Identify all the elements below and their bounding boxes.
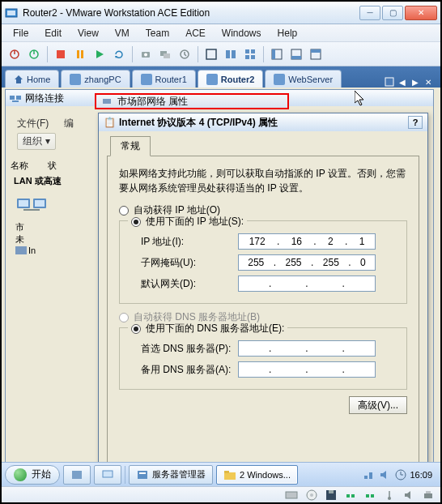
adapter-icon — [101, 96, 113, 107]
toolbar-toggle-icon[interactable] — [308, 46, 324, 62]
file-menu[interactable]: 文件(F) — [17, 117, 49, 130]
menu-vm[interactable]: VM — [108, 26, 136, 41]
revert-icon[interactable] — [176, 46, 193, 62]
power-off-icon[interactable] — [6, 46, 23, 62]
svg-rect-18 — [232, 50, 236, 58]
tab-close-icon[interactable]: ✕ — [423, 76, 434, 88]
stop-icon[interactable] — [53, 46, 69, 62]
adapter-properties-title: 市场部网络 属性 — [117, 95, 188, 109]
menu-ace[interactable]: ACE — [179, 26, 212, 41]
menu-team[interactable]: Team — [139, 26, 176, 41]
task-windows-group[interactable]: 2 Windows... — [216, 465, 298, 485]
organize-button[interactable]: 组织 ▾ — [17, 133, 56, 150]
advanced-button[interactable]: 高级(V)... — [349, 396, 407, 414]
play-icon[interactable] — [91, 46, 108, 62]
clock[interactable]: 16:09 — [395, 469, 432, 481]
svg-rect-40 — [15, 246, 27, 254]
col-status[interactable]: 状 — [48, 160, 57, 170]
new-tab-icon[interactable] — [384, 76, 395, 88]
server-manager-icon — [136, 469, 149, 481]
tab-webserver[interactable]: WebServer — [265, 70, 342, 88]
start-button[interactable]: 开始 — [5, 465, 60, 485]
device-hdd-icon[interactable] — [285, 489, 298, 501]
summary-toggle-icon[interactable] — [288, 46, 304, 62]
svg-rect-53 — [286, 492, 297, 498]
edit-menu[interactable]: 编 — [64, 117, 74, 130]
maximize-button[interactable]: ▢ — [382, 6, 403, 20]
vm-icon — [70, 74, 81, 85]
menu-view[interactable]: View — [71, 26, 105, 41]
col-name[interactable]: 名称 — [11, 160, 28, 170]
menu-help[interactable]: Help — [271, 26, 304, 41]
ipv4-description: 如果网络支持此功能，则可以获取自动指派的 IP 设置。否则，您需要从网络系统管理… — [119, 166, 407, 195]
snapshot-manager-icon[interactable] — [157, 46, 173, 62]
tab-router2[interactable]: Router2 — [198, 70, 264, 88]
svg-rect-58 — [346, 494, 350, 498]
quick-launch-2[interactable] — [94, 465, 121, 485]
snapshot-icon[interactable] — [138, 46, 154, 62]
svg-point-55 — [310, 493, 313, 497]
quickswitch-icon[interactable] — [223, 46, 239, 62]
task-label: 2 Windows... — [240, 470, 291, 480]
svg-rect-31 — [10, 96, 15, 100]
radio-manual-ip-label: 使用下面的 IP 地址(S): — [146, 215, 244, 229]
tab-zhangpc[interactable]: zhangPC — [61, 70, 130, 88]
gateway-input[interactable]: ... — [238, 275, 376, 292]
dns1-input[interactable]: ... — [238, 340, 376, 357]
device-net1-icon[interactable] — [345, 489, 356, 501]
dns2-input[interactable]: ... — [238, 361, 376, 378]
radio-manual-ip[interactable] — [131, 217, 141, 227]
close-button[interactable]: ✕ — [405, 6, 437, 20]
svg-rect-24 — [272, 49, 275, 59]
svg-rect-45 — [224, 472, 236, 480]
svg-rect-65 — [424, 493, 432, 498]
task-server-manager[interactable]: 服务器管理器 — [129, 465, 213, 485]
tray-network-icon[interactable] — [363, 469, 374, 481]
device-net2-icon[interactable] — [364, 489, 376, 501]
tab-general[interactable]: 常规 — [110, 136, 151, 156]
label-dns1: 首选 DNS 服务器(P): — [141, 342, 238, 356]
svg-rect-46 — [224, 471, 229, 473]
pause-icon[interactable] — [72, 46, 88, 62]
svg-marker-49 — [380, 471, 386, 479]
tab-home[interactable]: Home — [5, 70, 59, 88]
reset-icon[interactable] — [111, 46, 127, 62]
sidebar-toggle-icon[interactable] — [269, 46, 285, 62]
radio-auto-ip[interactable] — [119, 206, 129, 216]
svg-rect-48 — [369, 472, 372, 479]
radio-auto-dns — [119, 313, 129, 322]
label-dns2: 备用 DNS 服务器(A): — [141, 363, 238, 377]
menu-edit[interactable]: Edit — [38, 26, 68, 41]
device-printer-icon[interactable] — [423, 489, 434, 501]
network-adapter-icon[interactable]: 市 未 In — [15, 195, 60, 255]
tray-volume-icon[interactable] — [379, 469, 390, 481]
device-cd-icon[interactable] — [306, 489, 317, 501]
fullscreen-icon[interactable] — [203, 46, 219, 62]
minimize-button[interactable]: ─ — [359, 6, 380, 20]
svg-rect-17 — [226, 50, 230, 58]
help-button[interactable]: ? — [408, 116, 423, 129]
power-on-icon[interactable] — [26, 46, 42, 62]
quick-launch-1[interactable] — [63, 465, 91, 485]
svg-rect-57 — [329, 490, 334, 493]
unity-icon[interactable] — [242, 46, 258, 62]
svg-marker-9 — [96, 50, 104, 58]
menu-windows[interactable]: Windows — [215, 26, 268, 41]
svg-rect-61 — [371, 494, 374, 498]
clock-icon — [395, 469, 406, 481]
subnet-mask-input[interactable]: 255. 255. 255. 0 — [238, 254, 376, 271]
radio-manual-dns[interactable] — [131, 324, 141, 334]
task-label: 服务器管理器 — [152, 468, 206, 481]
device-floppy-icon[interactable] — [325, 489, 337, 501]
menu-file[interactable]: File — [6, 26, 35, 41]
taskbar: 开始 服务器管理器 2 Windows... 16:09 — [2, 462, 440, 486]
svg-rect-19 — [245, 49, 249, 53]
ip-address-input[interactable]: 172. 16. 2. 1 — [238, 233, 376, 250]
device-sound-icon[interactable] — [403, 489, 414, 501]
start-label: 开始 — [32, 468, 51, 481]
tab-next-icon[interactable]: ▶ — [410, 76, 421, 88]
tab-router1[interactable]: Router1 — [132, 70, 196, 88]
menubar: File Edit View VM Team ACE Windows Help — [2, 24, 440, 42]
tab-prev-icon[interactable]: ◀ — [397, 76, 408, 88]
device-usb-icon[interactable] — [384, 489, 395, 501]
